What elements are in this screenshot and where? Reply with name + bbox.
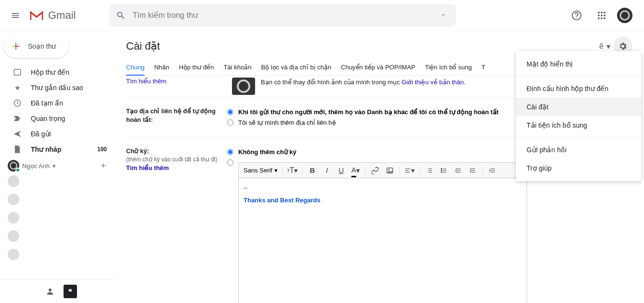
hangouts-username: Ngọc Anh — [22, 162, 50, 170]
clock-icon — [13, 99, 22, 107]
tab-general[interactable]: Chung — [126, 64, 144, 76]
svg-point-8 — [598, 17, 600, 19]
hangouts-user[interactable]: Ngọc Anh ▾ + — [0, 160, 115, 171]
ol-icon — [426, 167, 433, 174]
caret-down-icon — [440, 12, 446, 18]
toolbar-separator — [419, 166, 420, 175]
profile-image-description: Bạn có thể thay đổi hình ảnh của mình tr… — [261, 78, 465, 95]
nav-label: Đã gửi — [31, 130, 51, 138]
indent-more-button[interactable] — [466, 164, 479, 177]
quote-button[interactable] — [486, 164, 499, 177]
indent-more-icon — [469, 167, 476, 174]
hangouts-contacts — [0, 175, 115, 260]
contact-avatar[interactable] — [8, 194, 19, 205]
svg-point-4 — [604, 12, 605, 13]
compose-button[interactable]: Soạn thư — [4, 35, 69, 58]
nav-list: Hộp thư đến ★Thư gắn dấu sao Đã tạm ẩn Q… — [0, 65, 115, 157]
underline-button[interactable]: U — [335, 164, 348, 177]
tab-inbox[interactable]: Hộp thư đến — [179, 64, 214, 75]
sidebar-item-starred[interactable]: ★Thư gắn dấu sao — [0, 80, 115, 95]
inbox-icon — [13, 68, 22, 77]
text-color-button[interactable]: A▾ — [349, 164, 362, 177]
important-icon — [13, 115, 22, 122]
contact-avatar[interactable] — [8, 230, 19, 242]
support-button[interactable] — [567, 6, 586, 25]
app-body: Soạn thư Hộp thư đến ★Thư gắn dấu sao Đã… — [0, 31, 644, 303]
contact-avatar[interactable] — [8, 175, 19, 187]
input-method-indicator[interactable]: ê — [599, 42, 604, 51]
menu-item-feedback[interactable]: Gửi phản hồi — [516, 141, 641, 159]
hangouts-chat-tab[interactable]: ❝ — [64, 285, 77, 298]
account-avatar[interactable] — [617, 8, 632, 23]
draft-count: 100 — [97, 146, 107, 153]
radio-auto-add[interactable] — [227, 109, 233, 115]
tab-addons[interactable]: Tiện ích bổ sung — [425, 64, 472, 75]
sidebar-item-drafts[interactable]: Thư nháp100 — [0, 142, 115, 157]
menu-item-get-addons[interactable]: Tải tiện ích bổ sung — [516, 116, 641, 134]
menu-item-configure-inbox[interactable]: Định cấu hình hộp thư đến — [516, 79, 641, 98]
about-me-link[interactable]: Giới thiệu về bản thân — [401, 79, 464, 86]
radio-custom-signature[interactable] — [227, 159, 233, 166]
menu-item-density[interactable]: Mật độ hiển thị — [516, 55, 641, 73]
svg-point-17 — [441, 170, 442, 171]
ordered-list-button[interactable] — [423, 164, 436, 177]
sent-icon — [13, 130, 22, 138]
menu-item-help[interactable]: Trợ giúp — [516, 159, 641, 177]
draft-icon — [13, 145, 22, 154]
learn-more-link[interactable]: Tìm hiểu thêm — [126, 78, 167, 85]
svg-point-6 — [601, 14, 603, 16]
toolbar-separator — [302, 166, 303, 175]
unordered-list-button[interactable] — [437, 164, 451, 177]
tab-filters[interactable]: Bộ lọc và địa chỉ bị chặn — [261, 64, 331, 75]
toolbar-separator — [283, 166, 283, 175]
svg-point-15 — [388, 169, 390, 171]
search-bar[interactable] — [109, 4, 456, 26]
radio-manual-add[interactable] — [227, 119, 233, 126]
signature-separator-text: -- — [244, 183, 522, 193]
apps-button[interactable] — [592, 6, 611, 25]
nav-label: Thư nháp — [31, 145, 61, 153]
font-size-button[interactable]: тT▾ — [286, 164, 299, 177]
bold-button[interactable]: B — [306, 164, 319, 177]
settings-main: Cài đặt ê ▾ Chung Nhãn Hộp thư đến Tài k… — [115, 31, 644, 303]
app-header: Gmail — [0, 0, 644, 31]
radio-no-signature[interactable] — [227, 149, 233, 155]
sidebar-item-inbox[interactable]: Hộp thư đến — [0, 65, 115, 80]
sidebar-item-snoozed[interactable]: Đã tạm ẩn — [0, 95, 115, 111]
settings-dropdown-menu: Mật độ hiển thị Định cấu hình hộp thư đế… — [516, 51, 641, 181]
tab-labels[interactable]: Nhãn — [154, 64, 169, 75]
image-button[interactable] — [383, 164, 397, 177]
caret-down-icon[interactable]: ▾ — [606, 42, 610, 51]
hangouts-people-tab[interactable] — [43, 285, 57, 298]
nav-label: Thư gắn dấu sao — [31, 84, 83, 92]
menu-item-settings[interactable]: Cài đặt — [516, 98, 641, 116]
italic-button[interactable]: I — [320, 164, 334, 177]
svg-point-16 — [441, 168, 442, 169]
contact-avatar[interactable] — [8, 249, 19, 260]
header-actions — [567, 6, 640, 25]
link-icon — [372, 167, 379, 174]
main-menu-button[interactable] — [4, 4, 27, 27]
sidebar-item-important[interactable]: Quan trọng — [0, 111, 115, 126]
hangouts-tabs: ❝ — [0, 280, 115, 303]
toolbar-separator — [482, 166, 483, 175]
contact-avatar[interactable] — [8, 212, 19, 224]
search-input[interactable] — [132, 11, 438, 20]
signature-textarea[interactable]: -- Thanks and Best Regards — [239, 178, 527, 303]
indent-less-button[interactable] — [451, 164, 465, 177]
nav-label: Đã tạm ẩn — [31, 99, 63, 107]
link-button[interactable] — [369, 164, 382, 177]
signature-learn-more-link[interactable]: Tìm hiểu thêm — [126, 164, 169, 171]
font-family-select[interactable]: Sans Serif▾ — [242, 165, 280, 176]
hangouts-avatar — [8, 160, 19, 171]
tab-accounts[interactable]: Tài khoản — [224, 64, 252, 75]
search-options-dropdown[interactable] — [438, 11, 449, 20]
add-contact-button[interactable]: + — [101, 161, 106, 171]
align-button[interactable]: ▾ — [403, 164, 416, 177]
hamburger-icon — [11, 11, 20, 20]
sidebar-item-sent[interactable]: Đã gửi — [0, 126, 115, 142]
tab-themes-cut[interactable]: T — [481, 64, 485, 75]
svg-point-2 — [598, 12, 600, 13]
tab-forwarding[interactable]: Chuyển tiếp và POP/IMAP — [341, 64, 415, 75]
gmail-logo[interactable]: Gmail — [29, 9, 76, 22]
